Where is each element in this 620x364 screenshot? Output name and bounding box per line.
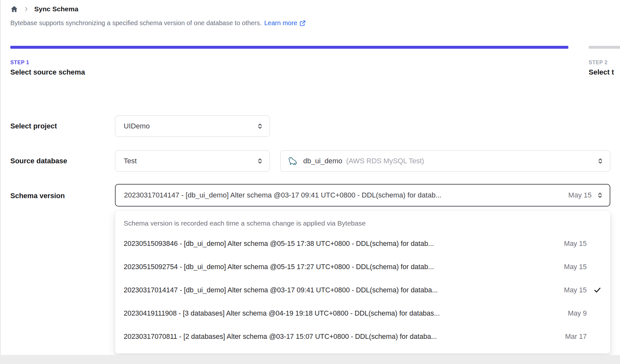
step1-progress-bar bbox=[10, 46, 568, 49]
database-select[interactable]: db_ui_demo (AWS RDS MySQL Test) bbox=[280, 150, 610, 172]
check-icon bbox=[587, 286, 602, 294]
breadcrumb-chevron-icon bbox=[23, 6, 29, 12]
option-date: May 9 bbox=[568, 309, 587, 318]
option-text: 20230515093846 - [db_ui_demo] Alter sche… bbox=[124, 240, 558, 248]
step2-progress-bar bbox=[589, 46, 620, 49]
dropdown-hint: Schema version is recorded each time a s… bbox=[115, 218, 610, 229]
schema-version-option[interactable]: 20230419111908 - [3 databases] Alter sch… bbox=[115, 302, 610, 325]
chevron-up-down-icon bbox=[596, 191, 604, 199]
database-select-note: (AWS RDS MySQL Test) bbox=[346, 157, 592, 165]
project-select-value: UIDemo bbox=[124, 122, 252, 130]
schema-version-option[interactable]: 20230515092754 - [db_ui_demo] Alter sche… bbox=[115, 255, 610, 278]
step2-block: STEP 2 Select t bbox=[589, 60, 620, 76]
schema-version-option-selected[interactable]: 20230317014147 - [db_ui_demo] Alter sche… bbox=[115, 278, 610, 302]
schema-version-dropdown-panel: Schema version is recorded each time a s… bbox=[115, 210, 610, 354]
step1-block: STEP 1 Select source schema bbox=[10, 60, 85, 76]
schema-version-select[interactable]: 20230317014147 - [db_ui_demo] Alter sche… bbox=[115, 184, 610, 207]
schema-version-option[interactable]: 20230317070811 - [2 databases] Alter sch… bbox=[115, 325, 610, 348]
source-database-label: Source database bbox=[10, 157, 67, 165]
step2-title: Select t bbox=[589, 68, 620, 76]
step1-label: STEP 1 bbox=[10, 60, 85, 66]
option-text: 20230317014147 - [db_ui_demo] Alter sche… bbox=[124, 286, 558, 294]
external-link-icon bbox=[299, 20, 306, 26]
project-select[interactable]: UIDemo bbox=[115, 116, 270, 137]
learn-more-link[interactable]: Learn more bbox=[264, 19, 305, 27]
home-icon[interactable] bbox=[10, 5, 18, 13]
sidebar-edge-divider bbox=[0, 0, 1, 364]
schema-version-select-date: May 15 bbox=[568, 191, 592, 199]
database-select-value: db_ui_demo bbox=[303, 157, 342, 165]
chevron-up-down-icon bbox=[596, 157, 604, 165]
chevron-up-down-icon bbox=[256, 157, 264, 165]
select-project-label: Select project bbox=[10, 122, 57, 130]
step2-label: STEP 2 bbox=[589, 60, 620, 66]
option-text: 20230515092754 - [db_ui_demo] Alter sche… bbox=[124, 263, 558, 271]
breadcrumb: Sync Schema bbox=[10, 5, 78, 13]
option-text: 20230317070811 - [2 databases] Alter sch… bbox=[124, 333, 559, 341]
page-title: Sync Schema bbox=[34, 5, 78, 13]
schema-version-select-value: 20230317014147 - [db_ui_demo] Alter sche… bbox=[124, 191, 563, 199]
option-date: Mar 17 bbox=[565, 333, 587, 341]
intro-line: Bytebase supports synchronizing a specif… bbox=[10, 19, 306, 27]
option-date: May 15 bbox=[564, 263, 587, 271]
option-date: May 15 bbox=[564, 240, 587, 248]
environment-select-value: Test bbox=[124, 157, 252, 165]
schema-version-option[interactable]: 20230515093846 - [db_ui_demo] Alter sche… bbox=[115, 232, 610, 255]
learn-more-label: Learn more bbox=[264, 19, 297, 27]
option-text: 20230419111908 - [3 databases] Alter sch… bbox=[124, 309, 562, 318]
page-bottom-background bbox=[0, 355, 620, 364]
mysql-icon bbox=[287, 155, 299, 167]
schema-version-label: Schema version bbox=[10, 192, 65, 200]
chevron-up-down-icon bbox=[256, 122, 264, 130]
environment-select[interactable]: Test bbox=[115, 150, 270, 172]
intro-text: Bytebase supports synchronizing a specif… bbox=[10, 19, 262, 27]
step1-title: Select source schema bbox=[10, 68, 85, 76]
option-date: May 15 bbox=[564, 286, 587, 294]
